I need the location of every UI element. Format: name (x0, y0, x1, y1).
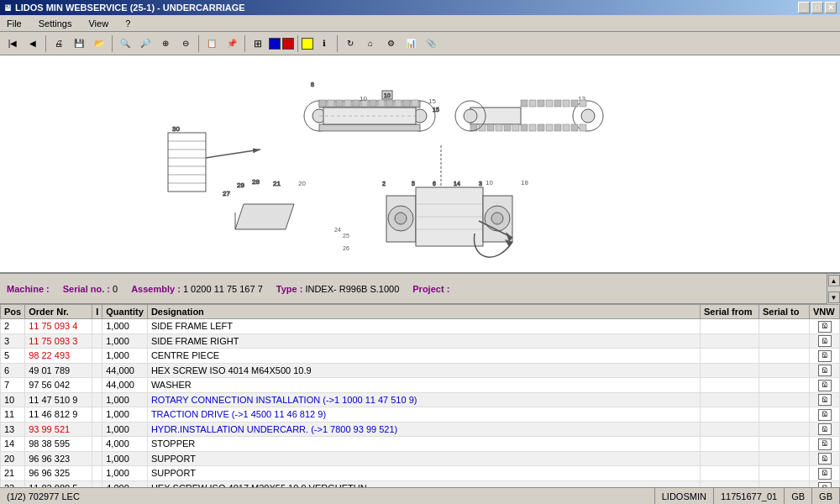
cell-serial-to (759, 437, 810, 452)
table-body: 2 11 75 093 4 1,000 SIDE FRAME LEFT 🖻 3 … (1, 319, 840, 488)
svg-text:10: 10 (360, 95, 367, 102)
cell-pos: 23 (1, 480, 25, 487)
tb-home[interactable]: ⌂ (361, 34, 380, 53)
vnw-icon: 🖻 (818, 321, 832, 333)
tb-yellow[interactable] (302, 38, 313, 50)
svg-text:14: 14 (454, 181, 460, 186)
tb-save[interactable]: 💾 (70, 34, 88, 53)
info-bar: Machine : Serial no. : 0 Assembly : 1 02… (0, 274, 840, 304)
cell-order: 11 47 510 9 (25, 392, 92, 407)
cell-vnw[interactable]: 🖻 (810, 437, 840, 452)
col-header-i: I (92, 305, 102, 319)
table-row: 10 11 47 510 9 1,000 ROTARY CONNECTION I… (1, 392, 840, 407)
cell-vnw[interactable]: 🖻 (810, 407, 840, 423)
cell-serial-from (701, 333, 759, 349)
cell-qty: 44,000 (102, 363, 148, 378)
cell-pos: 11 (1, 407, 25, 423)
tb-copy[interactable]: 📋 (202, 34, 221, 53)
svg-point-44 (395, 213, 407, 224)
svg-rect-76 (563, 100, 570, 107)
cell-vnw[interactable]: 🖻 (810, 349, 840, 364)
cell-vnw[interactable]: 🖻 (810, 466, 840, 481)
tb-paste[interactable]: 📌 (223, 34, 241, 53)
svg-rect-25 (344, 100, 351, 107)
cell-order: 93 99 521 (25, 422, 92, 437)
menu-help[interactable]: ? (122, 17, 134, 30)
tb-search2[interactable]: 🔎 (136, 34, 155, 53)
cell-vnw[interactable]: 🖻 (810, 392, 840, 407)
status-right3: GB (812, 488, 840, 504)
cell-designation: SIDE FRAME RIGHT (147, 333, 700, 349)
menu-file[interactable]: File (3, 17, 25, 30)
cell-serial-to (759, 480, 810, 487)
serial-value: 0 (113, 284, 118, 294)
cell-serial-from (701, 437, 759, 452)
cell-designation[interactable]: TRACTION DRIVE (->1 4500 11 46 812 9) (147, 407, 700, 423)
menu-view[interactable]: View (85, 17, 112, 30)
status-right2: GB (785, 488, 812, 504)
cell-i (92, 319, 102, 334)
cell-vnw[interactable]: 🖻 (810, 378, 840, 393)
svg-rect-86 (521, 124, 528, 131)
cell-designation[interactable]: HYDR.INSTALLATION UNDERCARR. (->1 7800 9… (147, 422, 700, 437)
tb-red[interactable] (282, 38, 294, 50)
cell-vnw[interactable]: 🖻 (810, 480, 840, 487)
cell-serial-from (701, 349, 759, 364)
svg-rect-15 (319, 124, 420, 131)
tb-grid[interactable]: ⊞ (249, 34, 267, 53)
tb-search[interactable]: 🔍 (116, 34, 134, 53)
svg-text:2: 2 (382, 181, 386, 186)
svg-rect-84 (504, 124, 511, 131)
cell-order: 96 96 325 (25, 466, 92, 481)
cell-order: 11 82 080 5 (25, 480, 92, 487)
status-middle: LIDOSMIN (655, 488, 714, 504)
tb-extra1[interactable]: 📊 (402, 34, 420, 53)
tb-open[interactable]: 📂 (90, 34, 108, 53)
cell-qty: 1,000 (102, 422, 148, 437)
cell-vnw[interactable]: 🖻 (810, 363, 840, 378)
tb-settings[interactable]: ⚙ (381, 34, 400, 53)
scroll-down-btn[interactable]: ▼ (828, 291, 840, 303)
svg-rect-92 (571, 124, 578, 131)
vnw-icon: 🖻 (818, 335, 832, 347)
status-right1: 11751677_01 (714, 488, 785, 504)
tb-info[interactable]: ℹ (315, 34, 333, 53)
minimize-button[interactable]: _ (798, 2, 810, 13)
cell-i (92, 363, 102, 378)
cell-serial-to (759, 451, 810, 466)
cell-i (92, 451, 102, 466)
cell-vnw[interactable]: 🖻 (810, 451, 840, 466)
scroll-up-btn[interactable]: ▲ (828, 275, 840, 286)
svg-text:15: 15 (428, 97, 436, 105)
tb-zoom-out[interactable]: ⊖ (176, 34, 195, 53)
col-header-vnw: VNW (810, 305, 840, 319)
tb-print[interactable]: 🖨 (50, 34, 68, 53)
cell-i (92, 466, 102, 481)
tb-nav-first[interactable]: |◀ (3, 34, 22, 53)
tb-nav-prev[interactable]: ◀ (24, 34, 42, 53)
cell-vnw[interactable]: 🖻 (810, 333, 840, 349)
svg-text:3: 3 (479, 181, 482, 186)
cell-vnw[interactable]: 🖻 (810, 319, 840, 334)
cell-qty: 44,000 (102, 378, 148, 393)
maximize-button[interactable]: □ (811, 2, 823, 13)
parts-table: Pos Order Nr. I Quantity Designation Ser… (0, 304, 840, 487)
cell-designation[interactable]: ROTARY CONNECTION INSTALLATION (->1 1000… (147, 392, 700, 407)
tb-extra2[interactable]: 📎 (422, 34, 440, 53)
table-row: 23 11 82 080 5 4,000 HEX SCREW ISO 4017 … (1, 480, 840, 487)
tb-zoom-in[interactable]: ⊕ (156, 34, 175, 53)
cell-vnw[interactable]: 🖻 (810, 422, 840, 437)
cell-i (92, 333, 102, 349)
menu-settings[interactable]: Settings (35, 17, 76, 30)
tb-sep-2 (112, 35, 113, 52)
tb-blue[interactable] (269, 38, 281, 50)
vnw-icon: 🖻 (818, 438, 832, 450)
tb-refresh[interactable]: ↻ (341, 34, 360, 53)
cell-qty: 4,000 (102, 480, 148, 487)
svg-rect-29 (378, 100, 385, 107)
close-button[interactable]: ✕ (825, 2, 837, 13)
cell-order: 11 75 093 4 (25, 319, 92, 334)
cell-serial-to (759, 422, 810, 437)
machine-label: Machine : (7, 284, 50, 294)
svg-rect-31 (395, 100, 402, 107)
